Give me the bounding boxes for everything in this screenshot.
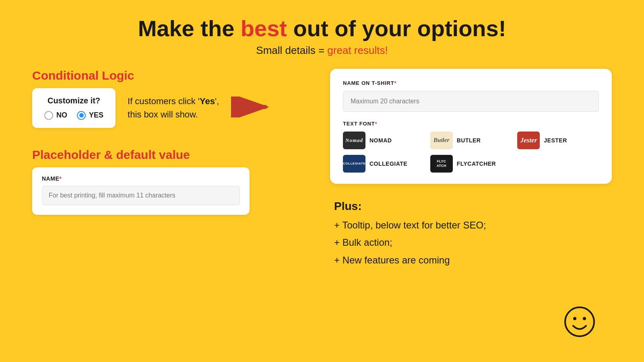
- font-option-jester[interactable]: Jester JESTER: [517, 132, 599, 149]
- plus-item-3: + New features are coming: [334, 253, 608, 267]
- placeholder-section: Placeholder & default value NAME*: [32, 148, 314, 215]
- font-option-butler[interactable]: Butler BUTLER: [430, 132, 512, 149]
- page-title: Make the best out of your options!: [0, 16, 644, 41]
- svg-point-2: [565, 307, 594, 336]
- right-column: NAME ON T-SHIRT* TEXT FONT* Nomad NOMAD …: [330, 69, 612, 271]
- conditional-logic-section: Conditional Logic Customize it? NO YES: [32, 69, 314, 128]
- plus-section: Plus: + Tooltip, below text for better S…: [330, 200, 612, 271]
- svg-point-4: [583, 317, 586, 320]
- radio-group: NO YES: [44, 111, 103, 120]
- font-option-collegiate[interactable]: COLLEGIATE COLLEGIATE: [343, 155, 425, 173]
- font-options-grid: Nomad NOMAD Butler BUTLER Jester JEST: [343, 132, 599, 173]
- font-option-flycatcher[interactable]: FLYCATCH FLYCATCHER: [430, 155, 512, 173]
- conditional-description: If customers click 'Yes', this box will …: [128, 95, 219, 121]
- radio-yes[interactable]: YES: [77, 111, 103, 120]
- font-thumb-butler: Butler: [430, 132, 453, 149]
- customize-card: Customize it? NO YES: [32, 88, 116, 128]
- tshirt-name-label: NAME ON T-SHIRT*: [343, 80, 599, 86]
- plus-title: Plus:: [334, 200, 608, 213]
- conditional-logic-content: Customize it? NO YES If customers click: [32, 88, 314, 128]
- font-name-flycatcher: FLYCATCHER: [457, 160, 496, 167]
- svg-point-3: [573, 317, 576, 320]
- font-name-collegiate: COLLEGIATE: [369, 160, 407, 167]
- name-field-label: NAME*: [42, 175, 240, 182]
- page-subtitle: Small details = great results!: [0, 44, 644, 57]
- font-name-jester: JESTER: [544, 137, 567, 144]
- customize-card-title: Customize it?: [44, 96, 103, 105]
- font-thumb-nomad: Nomad: [343, 132, 365, 149]
- smiley-icon: [564, 306, 596, 338]
- name-card: NAME*: [32, 167, 250, 215]
- left-column: Conditional Logic Customize it? NO YES: [32, 69, 314, 271]
- font-name-butler: BUTLER: [457, 137, 481, 144]
- radio-yes-circle[interactable]: [77, 111, 86, 120]
- radio-no-circle[interactable]: [44, 111, 53, 120]
- arrow-icon: [231, 97, 271, 119]
- tshirt-card: NAME ON T-SHIRT* TEXT FONT* Nomad NOMAD …: [330, 69, 612, 184]
- font-name-nomad: NOMAD: [369, 137, 392, 144]
- font-thumb-collegiate: COLLEGIATE: [343, 155, 365, 173]
- font-thumb-jester: Jester: [517, 132, 540, 149]
- plus-item-1: + Tooltip, below text for better SEO;: [334, 218, 608, 232]
- plus-item-2: + Bulk action;: [334, 236, 608, 249]
- header: Make the best out of your options! Small…: [0, 0, 644, 61]
- radio-no[interactable]: NO: [44, 111, 67, 120]
- conditional-logic-title: Conditional Logic: [32, 69, 314, 82]
- placeholder-title: Placeholder & default value: [32, 148, 314, 162]
- name-input[interactable]: [42, 186, 240, 205]
- font-option-nomad[interactable]: Nomad NOMAD: [343, 132, 425, 149]
- tshirt-font-label: TEXT FONT*: [343, 121, 599, 127]
- font-thumb-flycatcher: FLYCATCH: [430, 155, 453, 173]
- tshirt-name-input[interactable]: [343, 91, 599, 112]
